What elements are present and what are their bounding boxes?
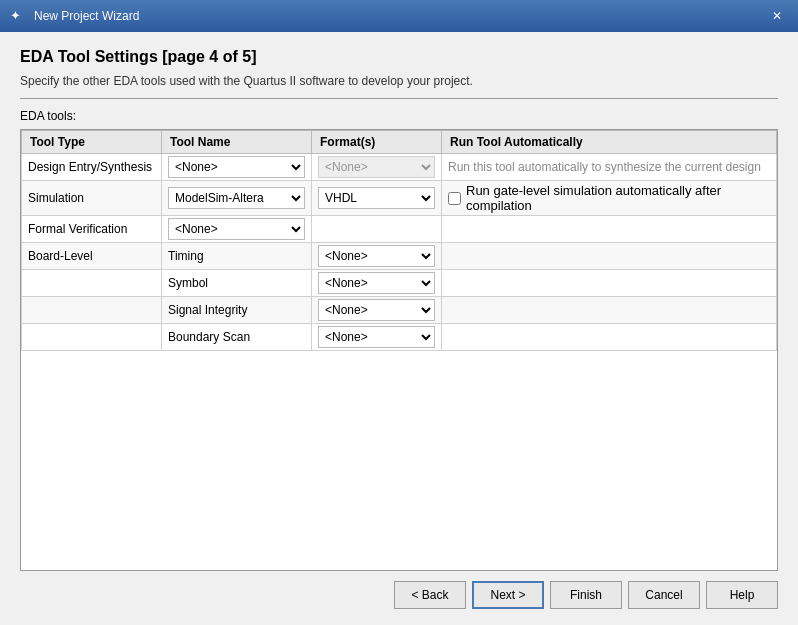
help-button[interactable]: Help (706, 581, 778, 609)
cell-run-auto[interactable]: Run gate-level simulation automatically … (442, 181, 777, 216)
tool-name-select[interactable]: <None> (168, 218, 305, 240)
tool-name-select[interactable]: <None>ModelSim-Altera (168, 187, 305, 209)
cell-run-auto (442, 297, 777, 324)
cancel-button[interactable]: Cancel (628, 581, 700, 609)
table-row: Signal Integrity<None> (22, 297, 777, 324)
eda-tools-table: Tool Type Tool Name Format(s) Run Tool A… (21, 130, 777, 351)
run-auto-checkbox[interactable] (448, 192, 461, 205)
col-formats: Format(s) (312, 131, 442, 154)
col-run-auto: Run Tool Automatically (442, 131, 777, 154)
finish-button[interactable]: Finish (550, 581, 622, 609)
cell-formats[interactable]: <None> (312, 297, 442, 324)
cell-run-auto (442, 270, 777, 297)
cell-tool-name[interactable]: <None> (162, 154, 312, 181)
wizard-icon: ✦ (10, 8, 26, 24)
formats-select[interactable]: <None> (318, 272, 435, 294)
cell-tool-type (22, 297, 162, 324)
cell-tool-type: Design Entry/Synthesis (22, 154, 162, 181)
cell-tool-type: Board-Level (22, 243, 162, 270)
table-row: Symbol<None> (22, 270, 777, 297)
cell-tool-name[interactable]: <None>ModelSim-Altera (162, 181, 312, 216)
table-row: Formal Verification<None> (22, 216, 777, 243)
cell-formats[interactable]: VHDLVerilog (312, 181, 442, 216)
table-body: Design Entry/Synthesis<None><None>Run th… (22, 154, 777, 351)
title-bar-title: New Project Wizard (34, 9, 758, 23)
run-auto-text: Run this tool automatically to synthesiz… (448, 160, 761, 174)
tool-name-select[interactable]: <None> (168, 156, 305, 178)
formats-select[interactable]: VHDLVerilog (318, 187, 435, 209)
divider (20, 98, 778, 99)
eda-tools-table-container: Tool Type Tool Name Format(s) Run Tool A… (20, 129, 778, 571)
cell-tool-name: Signal Integrity (162, 297, 312, 324)
cell-tool-name: Boundary Scan (162, 324, 312, 351)
table-row: Boundary Scan<None> (22, 324, 777, 351)
cell-tool-type: Formal Verification (22, 216, 162, 243)
formats-select[interactable]: <None> (318, 245, 435, 267)
cell-formats[interactable]: <None> (312, 243, 442, 270)
title-bar: ✦ New Project Wizard ✕ (0, 0, 798, 32)
cell-run-auto (442, 324, 777, 351)
cell-tool-name: Symbol (162, 270, 312, 297)
page-title: EDA Tool Settings [page 4 of 5] (20, 48, 778, 66)
col-tool-name: Tool Name (162, 131, 312, 154)
cell-formats: <None> (312, 154, 442, 181)
run-auto-checkbox-label[interactable]: Run gate-level simulation automatically … (448, 183, 770, 213)
close-button[interactable]: ✕ (766, 6, 788, 26)
cell-formats[interactable]: <None> (312, 324, 442, 351)
cell-formats[interactable]: <None> (312, 270, 442, 297)
cell-tool-name: Timing (162, 243, 312, 270)
formats-select[interactable]: <None> (318, 326, 435, 348)
title-bar-controls: ✕ (766, 6, 788, 26)
cell-tool-type (22, 270, 162, 297)
cell-tool-name[interactable]: <None> (162, 216, 312, 243)
col-tool-type: Tool Type (22, 131, 162, 154)
next-button[interactable]: Next > (472, 581, 544, 609)
table-row: Board-LevelTiming<None> (22, 243, 777, 270)
cell-formats (312, 216, 442, 243)
table-row: Design Entry/Synthesis<None><None>Run th… (22, 154, 777, 181)
cell-run-auto (442, 243, 777, 270)
cell-tool-type: Simulation (22, 181, 162, 216)
run-auto-checkbox-text: Run gate-level simulation automatically … (466, 183, 770, 213)
formats-select: <None> (318, 156, 435, 178)
table-row: Simulation<None>ModelSim-AlteraVHDLVeril… (22, 181, 777, 216)
cell-tool-type (22, 324, 162, 351)
dialog-body: EDA Tool Settings [page 4 of 5] Specify … (0, 32, 798, 625)
back-button[interactable]: < Back (394, 581, 466, 609)
cell-run-auto: Run this tool automatically to synthesiz… (442, 154, 777, 181)
section-label: EDA tools: (20, 109, 778, 123)
page-description: Specify the other EDA tools used with th… (20, 74, 778, 88)
footer: < Back Next > Finish Cancel Help (20, 571, 778, 609)
table-header: Tool Type Tool Name Format(s) Run Tool A… (22, 131, 777, 154)
formats-select[interactable]: <None> (318, 299, 435, 321)
cell-run-auto (442, 216, 777, 243)
